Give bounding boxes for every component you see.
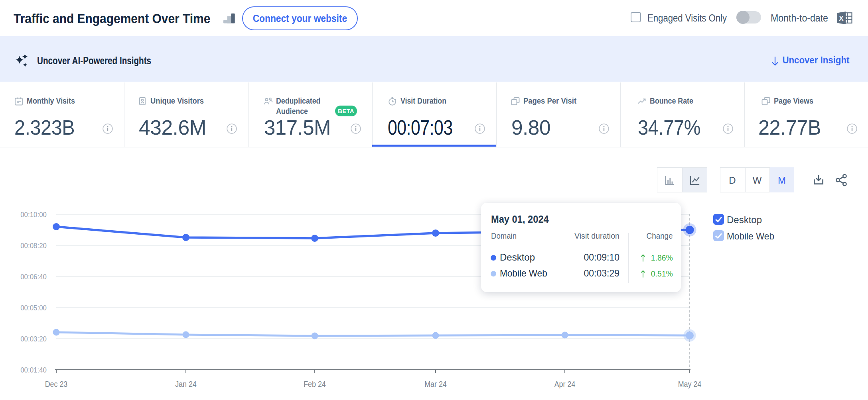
svg-text:X: X — [839, 15, 844, 22]
